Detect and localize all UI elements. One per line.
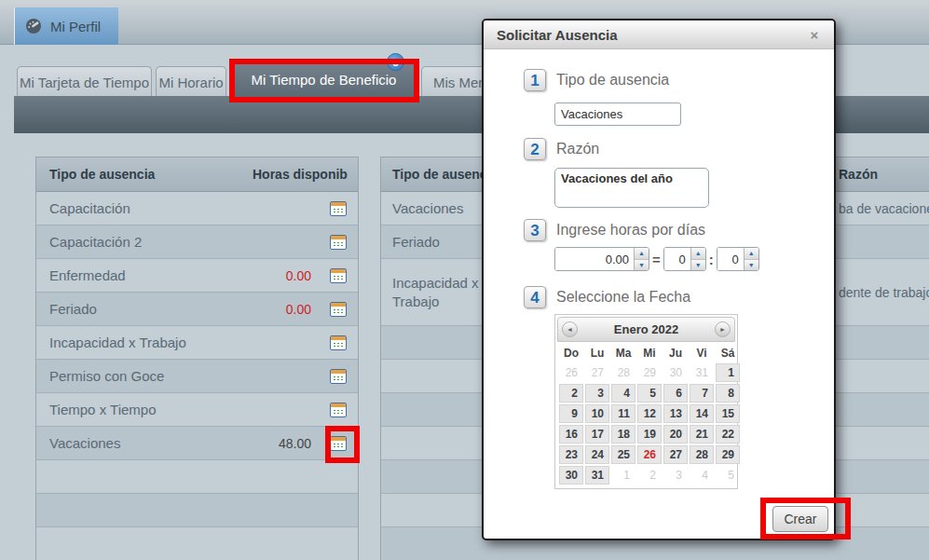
table-row: Permiso con Goce xyxy=(36,360,358,393)
hours-value: 0.00 xyxy=(286,268,311,283)
table-row: Capacitación xyxy=(36,192,358,225)
day-cell[interactable]: 4 xyxy=(611,384,635,403)
empty-row xyxy=(36,460,358,494)
col-header-horas: Horas disponib xyxy=(253,167,348,182)
dow-label: Sá xyxy=(716,347,740,360)
minutes-input[interactable] xyxy=(717,248,744,270)
day-of-week-row: Do Lu Ma Mi Ju Vi Sá xyxy=(557,342,735,362)
day-cell[interactable]: 30 xyxy=(559,466,583,485)
table-row: Feriado 0.00 xyxy=(36,293,358,326)
spin-up-icon[interactable]: ▲ xyxy=(635,248,649,260)
absence-type: Enfermedad xyxy=(36,267,126,283)
request-absence-calendar-icon[interactable] xyxy=(330,235,347,250)
hours-stepper[interactable]: ▲▼ xyxy=(663,247,706,271)
day-cell[interactable]: 23 xyxy=(559,445,583,464)
step-2-label: Razón xyxy=(556,141,599,157)
day-cell[interactable]: 29 xyxy=(716,445,740,464)
day-cell[interactable]: 24 xyxy=(585,445,609,464)
day-cell[interactable]: 25 xyxy=(611,445,635,464)
minutes-stepper[interactable]: ▲▼ xyxy=(717,247,759,271)
day-cell[interactable]: 21 xyxy=(690,425,714,444)
absence-type: Tiempo x Tiempo xyxy=(36,402,157,417)
reason-textarea[interactable] xyxy=(554,168,709,208)
day-cell[interactable]: 28 xyxy=(690,445,714,464)
day-cell[interactable]: 27 xyxy=(663,445,688,464)
spin-down-icon[interactable]: ▼ xyxy=(691,260,705,271)
day-cell[interactable]: 10 xyxy=(585,404,609,423)
absence-type-input[interactable] xyxy=(554,102,681,126)
day-cell[interactable]: 13 xyxy=(663,404,688,423)
day-cell[interactable]: 7 xyxy=(690,384,714,403)
day-cell[interactable]: 15 xyxy=(716,404,740,423)
request-absence-calendar-icon[interactable] xyxy=(330,302,347,317)
request-absence-calendar-icon[interactable] xyxy=(330,369,347,384)
spin-down-icon[interactable]: ▼ xyxy=(635,260,649,271)
col-header-razon: Razón xyxy=(839,167,878,182)
close-icon[interactable]: × xyxy=(806,27,823,44)
day-cell[interactable]: 6 xyxy=(663,384,688,403)
dialog-title-bar[interactable]: Solicitar Ausencia × xyxy=(484,20,834,49)
next-month-icon[interactable]: ► xyxy=(715,321,731,337)
hours-input[interactable] xyxy=(664,248,690,270)
total-hours-stepper[interactable]: ▲▼ xyxy=(554,247,649,271)
day-cell: 4 xyxy=(690,466,714,485)
day-cell: 26 xyxy=(559,363,583,382)
total-hours-input[interactable] xyxy=(555,248,634,270)
datepicker: ◄ Enero 2022 ► Do Lu Ma Mi Ju Vi Sá 26 2… xyxy=(554,314,738,489)
spin-down-icon[interactable]: ▼ xyxy=(745,260,758,271)
day-cell[interactable]: 2 xyxy=(559,384,583,403)
benefits-table: Tipo de ausencia Horas disponib Capacita… xyxy=(35,157,359,560)
day-cell[interactable]: 14 xyxy=(690,404,714,423)
request-absence-calendar-icon[interactable] xyxy=(330,268,347,283)
day-cell: 30 xyxy=(663,363,688,382)
request-type: Vacaciones xyxy=(381,200,463,216)
hours-value: 0.00 xyxy=(286,302,311,317)
day-cell[interactable]: 9 xyxy=(559,404,583,423)
prev-month-icon[interactable]: ◄ xyxy=(562,321,578,337)
table-row: Incapacidad x Trabajo xyxy=(36,326,358,360)
nav-tab-mi-perfil[interactable]: Mi Perfil xyxy=(14,7,118,45)
absence-type: Feriado xyxy=(36,301,97,317)
absence-type: Permiso con Goce xyxy=(36,368,164,384)
tab-mi-horario[interactable]: Mi Horario xyxy=(156,66,226,97)
request-absence-calendar-icon[interactable] xyxy=(330,403,347,417)
day-cell[interactable]: 8 xyxy=(716,384,740,403)
day-cell[interactable]: 31 xyxy=(585,466,609,485)
table-row-vacaciones: Vacaciones 48.00 xyxy=(36,427,358,460)
day-cell[interactable]: 12 xyxy=(637,404,662,423)
request-reason: ba de vacaciones xyxy=(839,201,929,216)
profile-tab-label: Mi Perfil xyxy=(50,19,101,34)
day-cell[interactable]: 5 xyxy=(637,384,662,403)
spin-up-icon[interactable]: ▲ xyxy=(691,248,705,260)
step-1-badge: 1 xyxy=(524,69,546,91)
request-reason: dente de trabajo xyxy=(839,285,929,300)
day-cell-today[interactable]: 26 xyxy=(637,445,662,464)
day-cell[interactable]: 18 xyxy=(611,425,635,444)
day-cell[interactable]: 1 xyxy=(716,363,740,382)
tab-label: Mi Tiempo de Beneficio xyxy=(252,72,397,88)
day-cell[interactable]: 19 xyxy=(637,425,662,444)
request-absence-calendar-icon[interactable] xyxy=(330,201,347,216)
colon-sign: : xyxy=(709,252,714,267)
hours-value: 48.00 xyxy=(279,436,311,451)
day-cell: 29 xyxy=(637,363,662,382)
table-row: Tiempo x Tiempo xyxy=(36,393,358,427)
crear-button[interactable]: Crear xyxy=(772,506,828,532)
dow-label: Lu xyxy=(585,347,609,360)
absence-type: Capacitación xyxy=(36,200,130,216)
day-cell[interactable]: 22 xyxy=(716,425,740,444)
tab-label: Mi Tarjeta de Tiempo xyxy=(20,75,149,90)
calendar-grid: 26 27 28 29 30 31 1 2 3 4 5 6 7 8 9 10 1… xyxy=(557,362,735,486)
tab-mi-tarjeta-de-tiempo[interactable]: Mi Tarjeta de Tiempo xyxy=(17,66,152,97)
day-cell[interactable]: 16 xyxy=(559,425,583,444)
day-cell[interactable]: 20 xyxy=(663,425,688,444)
day-cell[interactable]: 17 xyxy=(585,425,609,444)
day-cell[interactable]: 3 xyxy=(585,384,609,403)
step-3-label: Ingrese horas por días xyxy=(556,222,705,239)
request-absence-calendar-icon[interactable] xyxy=(330,335,347,350)
empty-row xyxy=(36,494,358,527)
col-header-tipo: Tipo de ausencia xyxy=(381,167,498,182)
request-absence-calendar-icon-vacaciones[interactable] xyxy=(330,436,347,451)
spin-up-icon[interactable]: ▲ xyxy=(745,248,758,260)
day-cell[interactable]: 11 xyxy=(611,404,635,423)
